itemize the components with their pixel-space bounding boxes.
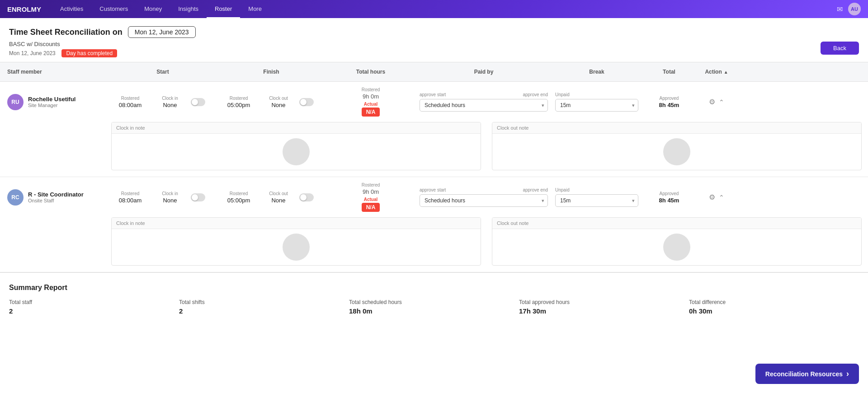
stat-total-difference: Total difference 0h 30m (689, 299, 859, 315)
finish-clock-2: Clock out None (260, 191, 314, 204)
staff-details-1: Rochelle Usetiful Site Manager (28, 96, 75, 108)
gear-button-1[interactable]: ⚙ (709, 98, 715, 106)
subtitle: BASC w/ Discounts (9, 41, 859, 47)
summary-section: Summary Report Total staff 2 Total shift… (0, 272, 868, 322)
col-header-hours: Total hours (326, 67, 416, 77)
gear-button-2[interactable]: ⚙ (709, 193, 715, 201)
col-header-paidby: Paid by (416, 67, 552, 77)
chevron-up-button-1[interactable]: ⌃ (719, 98, 724, 106)
clock-out-image-1 (663, 138, 690, 165)
clock-out-note-body-2 (492, 229, 861, 265)
notes-row-2: Clock in note Clock out note (0, 217, 868, 272)
action-cell-2: ⚙ ⌃ (696, 193, 737, 201)
title-row: Time Sheet Reconciliation on Mon 12, Jun… (9, 26, 859, 38)
stat-total-shifts: Total shifts 2 (179, 299, 349, 315)
col-header-action: Action ▲ (696, 67, 737, 77)
date-sub: Mon 12, June 2023 (9, 50, 56, 56)
nav-item-roster[interactable]: Roster (207, 0, 240, 18)
clock-in-image-2 (283, 234, 310, 261)
paid-by-select-1[interactable]: Scheduled hours (420, 99, 548, 112)
nav-item-customers[interactable]: Customers (91, 0, 136, 18)
hours-cell-1: Rostered 9h 0m Actual N/A (326, 87, 416, 117)
total-cell-1: Approved 8h 45m (642, 96, 696, 108)
start-clock-1: Clock in None (152, 96, 205, 108)
staff-role-2: Onsite Staff (28, 198, 84, 203)
clock-in-note-body-2 (112, 229, 481, 265)
clock-out-note-col-1: Clock out note (492, 122, 862, 170)
break-select-2[interactable]: 15m (555, 194, 638, 207)
summary-stats: Total staff 2 Total shifts 2 Total sched… (9, 299, 859, 315)
back-button[interactable]: Back (821, 42, 859, 55)
staff-info-2: RC R - Site Coordinator Onsite Staff (0, 189, 108, 206)
actual-badge-1: N/A (362, 108, 380, 117)
nav-item-insights[interactable]: Insights (170, 0, 207, 18)
col-header-staff: Staff member (0, 67, 108, 77)
nav-items: Activities Customers Money Insights Rost… (52, 0, 270, 18)
finish-rostered-1: Rostered 05:00pm (221, 96, 257, 108)
status-badge: Day has completed (61, 49, 117, 57)
table-row: RU Rochelle Usetiful Site Manager Roster… (0, 82, 868, 177)
hours-cell-2: Rostered 9h 0m Actual N/A (326, 182, 416, 212)
avatar[interactable]: AU (848, 3, 861, 15)
stat-total-staff: Total staff 2 (9, 299, 179, 315)
bell-icon[interactable]: ✉ (837, 5, 843, 14)
clock-in-toggle-1[interactable] (191, 98, 205, 106)
clock-in-note-col-2: Clock in note (111, 217, 481, 266)
paid-by-select-2[interactable]: Scheduled hours (420, 194, 548, 207)
start-clock-2: Clock in None (152, 191, 205, 204)
notes-row-1: Clock in note Clock out note (0, 122, 868, 177)
clock-out-note-label-2: Clock out note (492, 218, 861, 229)
col-header-start: Start (108, 67, 217, 77)
staff-main-row-1: RU Rochelle Usetiful Site Manager Roster… (0, 82, 868, 122)
nav-item-more[interactable]: More (240, 0, 270, 18)
start-cell-1: Rostered 08:00am Clock in None (108, 96, 217, 108)
break-select-wrap-1: 15m (555, 99, 638, 112)
chevron-up-icon: ▲ (724, 70, 728, 75)
clock-in-toggle-2[interactable] (191, 193, 205, 201)
staff-name-2: R - Site Coordinator (28, 191, 84, 198)
paid-by-cell-1: approve start approve end Scheduled hour… (416, 92, 552, 112)
break-select-1[interactable]: 15m (555, 99, 638, 112)
clock-out-note-label-1: Clock out note (492, 122, 861, 134)
clock-out-image-2 (663, 234, 690, 261)
staff-table: Staff member Start Finish Total hours Pa… (0, 62, 868, 272)
clock-in-note-label-2: Clock in note (112, 218, 481, 229)
nav-item-money[interactable]: Money (136, 0, 170, 18)
col-header-break: Break (552, 67, 642, 77)
staff-details-2: R - Site Coordinator Onsite Staff (28, 191, 84, 203)
clock-out-note-col-2: Clock out note (492, 217, 862, 266)
paid-by-cell-2: approve start approve end Scheduled hour… (416, 187, 552, 207)
clock-out-toggle-2[interactable] (299, 193, 314, 201)
col-header-total: Total (642, 67, 696, 77)
page-title: Time Sheet Reconciliation on (9, 28, 123, 37)
nav-icons: ✉ AU (837, 3, 861, 15)
back-btn-row: Back (821, 42, 859, 55)
break-cell-1: Unpaid 15m (552, 92, 642, 112)
actual-badge-2: N/A (362, 203, 380, 212)
total-cell-2: Approved 8h 45m (642, 191, 696, 204)
finish-clock-1: Clock out None (260, 96, 314, 108)
clock-in-note-label-1: Clock in note (112, 122, 481, 134)
clock-out-toggle-1[interactable] (299, 98, 314, 106)
nav-item-activities[interactable]: Activities (52, 0, 91, 18)
action-cell-1: ⚙ ⌃ (696, 98, 737, 106)
start-cell-2: Rostered 08:00am Clock in None (108, 191, 217, 204)
date-status-row: Mon 12, June 2023 Day has completed (9, 49, 859, 57)
avatar-1: RU (7, 94, 24, 110)
nav-logo: ENROLMY (7, 5, 41, 13)
staff-main-row-2: RC R - Site Coordinator Onsite Staff Ros… (0, 177, 868, 217)
avatar-2: RC (7, 189, 24, 206)
paid-by-select-wrap-2: Scheduled hours (420, 194, 548, 207)
nav-bar: ENROLMY Activities Customers Money Insig… (0, 0, 868, 18)
finish-cell-1: Rostered 05:00pm Clock out None (217, 96, 326, 108)
summary-title: Summary Report (9, 284, 859, 292)
table-header: Staff member Start Finish Total hours Pa… (0, 62, 868, 82)
clock-in-image-1 (283, 138, 310, 165)
staff-info-1: RU Rochelle Usetiful Site Manager (0, 94, 108, 110)
finish-cell-2: Rostered 05:00pm Clock out None (217, 191, 326, 204)
clock-in-note-body-1 (112, 134, 481, 170)
date-badge: Mon 12, June 2023 (128, 26, 196, 38)
chevron-up-button-2[interactable]: ⌃ (719, 194, 724, 201)
paid-by-select-wrap-1: Scheduled hours (420, 99, 548, 112)
col-header-finish: Finish (217, 67, 326, 77)
